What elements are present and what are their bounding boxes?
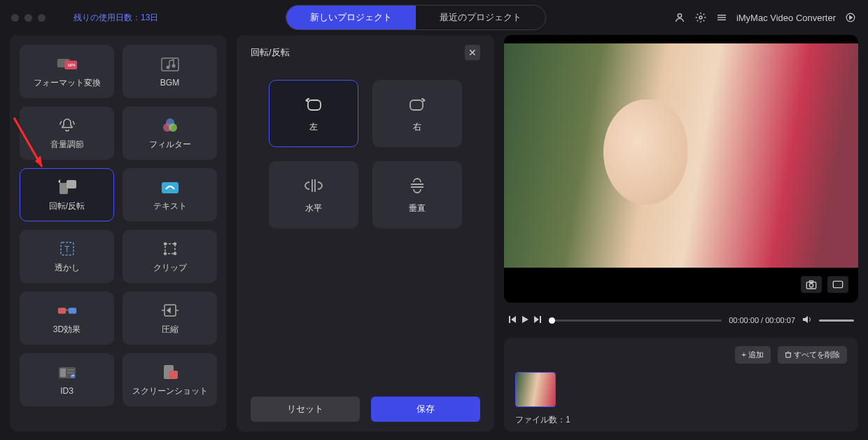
rotate-right-option[interactable]: 右 xyxy=(372,80,462,147)
snapshot-button[interactable] xyxy=(801,276,822,293)
reset-button[interactable]: リセット xyxy=(251,397,360,422)
svg-point-23 xyxy=(174,242,176,245)
svg-rect-31 xyxy=(60,369,66,377)
window-controls xyxy=(11,14,46,22)
play-button[interactable] xyxy=(521,315,529,325)
delete-all-button[interactable]: すべてを削除 xyxy=(778,346,847,364)
add-file-button[interactable]: + 追加 xyxy=(735,346,771,364)
flip-vertical-option[interactable]: 垂直 xyxy=(372,161,462,228)
svg-point-25 xyxy=(174,252,176,254)
tool-clip[interactable]: クリップ xyxy=(122,230,217,283)
svg-text:T: T xyxy=(64,245,70,254)
prev-button[interactable] xyxy=(508,315,517,325)
svg-rect-10 xyxy=(162,58,178,71)
svg-point-34 xyxy=(71,374,75,378)
tool-label: BGM xyxy=(160,78,179,88)
svg-point-24 xyxy=(164,252,166,254)
tool-label: フォーマット変換 xyxy=(34,77,101,89)
title-bar: 残りの使用日数：13日 新しいプロジェクト 最近のプロジェクト iMyMac V… xyxy=(0,0,868,35)
svg-marker-46 xyxy=(511,316,516,323)
tool-volume[interactable]: 音量調節 xyxy=(20,106,114,160)
svg-point-42 xyxy=(809,284,813,287)
option-label: 水平 xyxy=(305,202,322,214)
gear-icon[interactable] xyxy=(694,11,707,24)
file-count-label: ファイル数：1 xyxy=(515,414,847,426)
tab-new-project[interactable]: 新しいプロジェクト xyxy=(286,6,416,29)
svg-point-12 xyxy=(172,64,175,68)
watermark-icon: T xyxy=(57,240,78,258)
svg-rect-17 xyxy=(66,180,76,188)
flip-horizontal-option[interactable]: 水平 xyxy=(269,161,358,228)
video-preview xyxy=(504,35,858,303)
tool-screenshot[interactable]: スクリーンショット xyxy=(122,353,217,406)
rotate-left-option[interactable]: 左 xyxy=(269,80,358,147)
rotate-left-icon xyxy=(301,95,326,114)
next-button[interactable] xyxy=(533,315,542,325)
tool-format-convert[interactable]: MP4 フォーマット変換 xyxy=(20,45,114,98)
tool-compress[interactable]: 圧縮 xyxy=(122,291,217,345)
svg-rect-28 xyxy=(66,309,69,311)
tool-label: クリップ xyxy=(153,262,187,274)
svg-point-22 xyxy=(164,242,166,245)
tab-recent-projects[interactable]: 最近のプロジェクト xyxy=(416,6,545,29)
tool-id3[interactable]: ID3 xyxy=(20,353,114,406)
save-button[interactable]: 保存 xyxy=(371,397,480,422)
close-window-icon[interactable] xyxy=(11,14,19,22)
play-badge-icon[interactable] xyxy=(844,11,857,24)
tool-label: テキスト xyxy=(153,200,187,212)
volume-slider[interactable] xyxy=(819,319,854,322)
progress-slider[interactable] xyxy=(549,319,722,322)
rotate-right-icon xyxy=(405,95,430,114)
tool-3d[interactable]: 3D効果 xyxy=(20,291,114,345)
id3-tag-icon xyxy=(57,364,78,382)
file-thumbnail[interactable] xyxy=(515,372,556,407)
rotate-icon xyxy=(57,178,78,196)
file-bar: + 追加 すべてを削除 ファイル数：1 xyxy=(504,338,858,432)
svg-rect-36 xyxy=(169,371,178,379)
menu-icon[interactable] xyxy=(715,11,728,24)
trial-days-label: 残りの使用日数：13日 xyxy=(74,12,158,24)
bgm-icon xyxy=(160,55,181,74)
tool-filter[interactable]: フィルター xyxy=(122,106,217,160)
minimize-window-icon[interactable] xyxy=(24,14,32,22)
svg-marker-48 xyxy=(534,316,539,323)
svg-rect-39 xyxy=(410,100,423,110)
flip-vertical-icon xyxy=(405,176,430,195)
tool-label: 音量調節 xyxy=(50,139,84,151)
tool-watermark[interactable]: T 透かし xyxy=(20,230,114,283)
tool-label: フィルター xyxy=(149,139,191,151)
svg-point-0 xyxy=(678,14,681,18)
glasses-3d-icon xyxy=(57,301,78,319)
close-panel-button[interactable]: ✕ xyxy=(465,45,480,60)
screenshot-icon xyxy=(160,363,181,381)
svg-marker-47 xyxy=(522,316,528,323)
text-icon xyxy=(160,178,181,196)
tool-label: 回転/反転 xyxy=(49,200,85,212)
svg-marker-6 xyxy=(850,16,853,20)
tool-label: スクリーンショット xyxy=(132,385,208,397)
option-label: 垂直 xyxy=(409,202,426,214)
svg-rect-45 xyxy=(509,316,510,323)
volume-icon[interactable] xyxy=(802,315,812,325)
svg-rect-51 xyxy=(786,353,791,358)
svg-rect-49 xyxy=(540,316,541,323)
rotate-flip-panel: 回転/反転 ✕ 左 右 水平 xyxy=(237,35,494,432)
maximize-window-icon[interactable] xyxy=(38,14,46,22)
svg-marker-40 xyxy=(423,98,426,102)
close-icon: ✕ xyxy=(468,47,477,58)
panel-title: 回転/反転 xyxy=(251,46,290,59)
tool-text[interactable]: テキスト xyxy=(122,168,217,221)
svg-rect-37 xyxy=(308,100,321,110)
user-icon[interactable] xyxy=(673,11,686,24)
tool-bgm[interactable]: BGM xyxy=(122,45,217,98)
tool-panel: MP4 フォーマット変換 BGM 音量調節 フィルター xyxy=(10,35,227,432)
svg-rect-21 xyxy=(165,244,175,254)
tool-rotate[interactable]: 回転/反転 xyxy=(20,168,114,221)
delete-all-label: すべてを削除 xyxy=(794,350,840,359)
svg-point-1 xyxy=(699,16,702,19)
option-label: 左 xyxy=(309,121,318,133)
filter-icon xyxy=(160,116,181,135)
fullscreen-button[interactable] xyxy=(827,276,848,293)
tool-label: 3D効果 xyxy=(53,324,80,336)
svg-marker-38 xyxy=(305,98,308,102)
